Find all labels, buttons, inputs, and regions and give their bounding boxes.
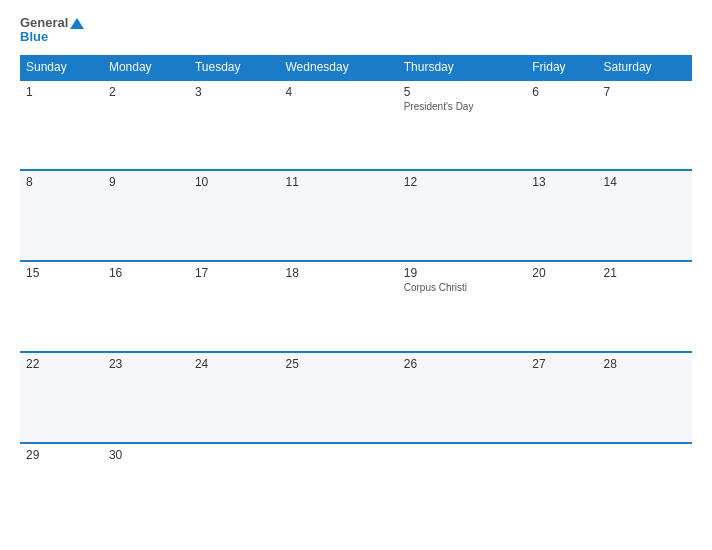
calendar-day-cell: 13 [526,170,597,261]
calendar-day-cell: 25 [280,352,398,443]
day-number: 24 [195,357,274,371]
calendar-day-cell: 30 [103,443,189,534]
day-number: 22 [26,357,97,371]
calendar-header-row: SundayMondayTuesdayWednesdayThursdayFrid… [20,55,692,80]
logo-blue-text: Blue [20,30,48,44]
day-number: 10 [195,175,274,189]
calendar-week-row: 2930 [20,443,692,534]
day-number: 27 [532,357,591,371]
calendar-day-cell: 21 [598,261,692,352]
calendar-day-cell: 22 [20,352,103,443]
day-number: 3 [195,85,274,99]
calendar-day-cell: 23 [103,352,189,443]
calendar-day-cell [398,443,527,534]
day-number: 7 [604,85,686,99]
day-number: 15 [26,266,97,280]
day-number: 1 [26,85,97,99]
calendar-day-header: Monday [103,55,189,80]
logo: General Blue [20,16,84,45]
calendar-day-cell: 18 [280,261,398,352]
day-number: 5 [404,85,521,99]
day-number: 4 [286,85,392,99]
day-number: 11 [286,175,392,189]
day-number: 6 [532,85,591,99]
calendar-week-row: 1516171819Corpus Christi2021 [20,261,692,352]
calendar-day-cell: 11 [280,170,398,261]
calendar-day-cell: 10 [189,170,280,261]
calendar-day-cell: 8 [20,170,103,261]
day-number: 21 [604,266,686,280]
day-number: 23 [109,357,183,371]
day-number: 16 [109,266,183,280]
calendar-day-cell: 16 [103,261,189,352]
day-number: 26 [404,357,521,371]
calendar-day-cell: 3 [189,80,280,171]
calendar-day-cell: 19Corpus Christi [398,261,527,352]
day-number: 12 [404,175,521,189]
calendar-day-header: Friday [526,55,597,80]
calendar-day-cell: 14 [598,170,692,261]
page-header: General Blue [20,16,692,45]
calendar-day-header: Saturday [598,55,692,80]
calendar-day-header: Sunday [20,55,103,80]
calendar-day-cell: 26 [398,352,527,443]
calendar-day-cell: 28 [598,352,692,443]
calendar-day-cell: 4 [280,80,398,171]
logo-triangle-icon [70,18,84,29]
day-number: 20 [532,266,591,280]
event-label: Corpus Christi [404,282,521,293]
calendar-day-header: Tuesday [189,55,280,80]
calendar-day-cell: 27 [526,352,597,443]
event-label: President's Day [404,101,521,112]
calendar-day-cell: 29 [20,443,103,534]
day-number: 25 [286,357,392,371]
calendar-day-cell [280,443,398,534]
calendar-day-cell: 1 [20,80,103,171]
calendar-day-cell: 6 [526,80,597,171]
calendar-day-header: Wednesday [280,55,398,80]
day-number: 18 [286,266,392,280]
calendar-week-row: 891011121314 [20,170,692,261]
day-number: 17 [195,266,274,280]
calendar-day-cell: 24 [189,352,280,443]
day-number: 2 [109,85,183,99]
calendar-day-cell: 17 [189,261,280,352]
logo-general-text: General [20,16,68,30]
day-number: 29 [26,448,97,462]
calendar-day-cell [526,443,597,534]
calendar-day-cell [189,443,280,534]
day-number: 13 [532,175,591,189]
calendar-day-cell: 9 [103,170,189,261]
calendar-day-cell: 7 [598,80,692,171]
day-number: 28 [604,357,686,371]
day-number: 8 [26,175,97,189]
calendar-day-header: Thursday [398,55,527,80]
calendar-table: SundayMondayTuesdayWednesdayThursdayFrid… [20,55,692,534]
day-number: 9 [109,175,183,189]
calendar-day-cell: 20 [526,261,597,352]
calendar-day-cell [598,443,692,534]
day-number: 19 [404,266,521,280]
calendar-day-cell: 15 [20,261,103,352]
day-number: 14 [604,175,686,189]
calendar-day-cell: 2 [103,80,189,171]
calendar-week-row: 22232425262728 [20,352,692,443]
calendar-day-cell: 5President's Day [398,80,527,171]
calendar-week-row: 12345President's Day67 [20,80,692,171]
day-number: 30 [109,448,183,462]
calendar-day-cell: 12 [398,170,527,261]
